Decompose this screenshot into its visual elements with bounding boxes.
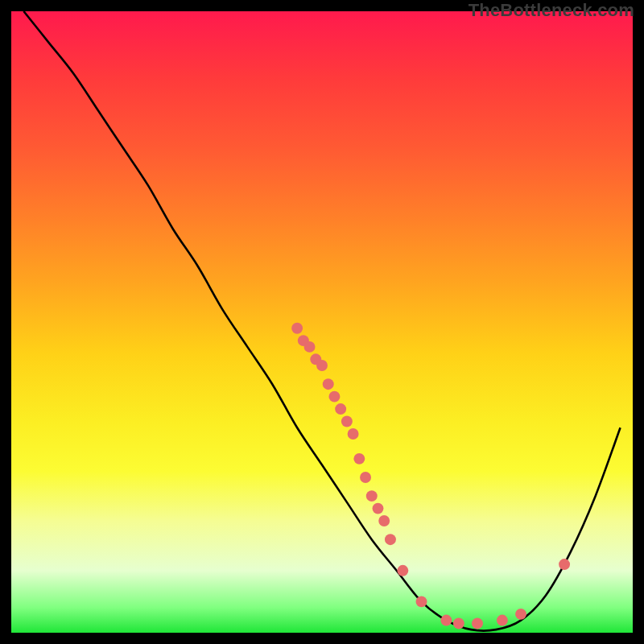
curve-marker [335, 403, 346, 415]
chart-container: TheBottleneck.com [0, 0, 644, 644]
curve-marker [497, 615, 508, 626]
curve-marker [304, 341, 316, 353]
curve-path [23, 11, 620, 631]
curve-marker [378, 515, 390, 526]
curve-marker [416, 596, 427, 607]
curve-marker [316, 360, 328, 371]
curve-marker [472, 617, 483, 629]
chart-svg [11, 11, 633, 633]
curve-marker [360, 472, 371, 483]
curve-marker [328, 391, 340, 402]
curve-marker [453, 617, 464, 629]
curve-marker [366, 490, 378, 502]
plot-area [10, 10, 634, 634]
curve-marker [373, 503, 384, 514]
curve-marker [440, 615, 452, 626]
curve-marker [291, 323, 303, 334]
curve-marker [348, 428, 359, 440]
curve-marker [515, 609, 526, 620]
curve-marker [323, 378, 334, 390]
curve-marker [385, 534, 396, 545]
curve-markers [291, 323, 570, 630]
curve-marker [559, 559, 570, 570]
curve-marker [353, 453, 365, 464]
curve-marker [341, 416, 353, 427]
curve-marker [397, 565, 408, 576]
watermark-label: TheBottleneck.com [469, 0, 634, 21]
